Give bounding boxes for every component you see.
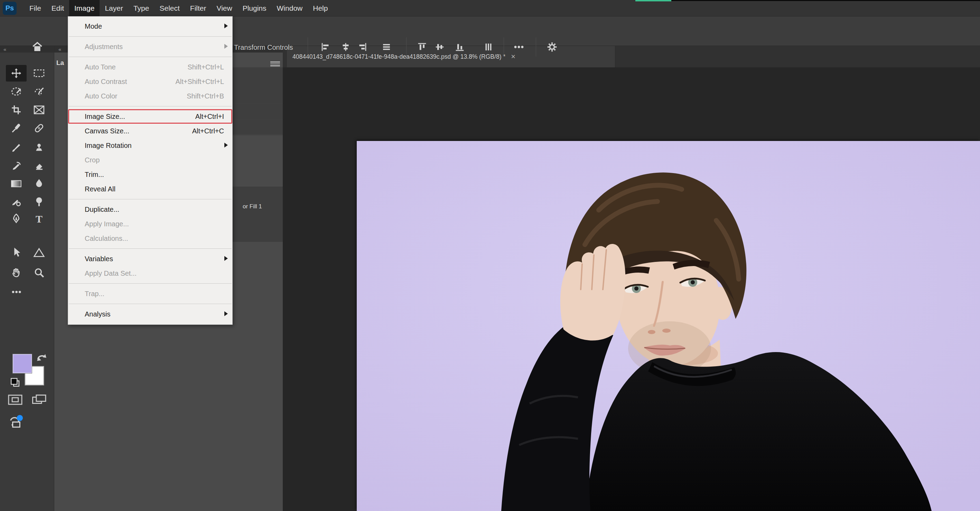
menu-separator bbox=[69, 248, 232, 249]
submenu-arrow-icon bbox=[224, 311, 228, 316]
submenu-arrow-icon bbox=[224, 256, 228, 261]
menu-item-reveal-all[interactable]: Reveal All bbox=[68, 182, 232, 196]
menu-separator bbox=[69, 283, 232, 284]
panel-menu-icon[interactable] bbox=[270, 60, 280, 67]
menu-item-view[interactable]: View bbox=[212, 0, 237, 16]
toolbar-collapse-chevron-icon[interactable]: « bbox=[0, 46, 54, 52]
quick-selection-tool-icon[interactable] bbox=[29, 83, 49, 100]
menu-item-image[interactable]: Image bbox=[69, 0, 100, 16]
toolbar: « T bbox=[0, 46, 54, 511]
photoshop-window: Ps FileEditImageLayerTypeSelectFilterVie… bbox=[0, 0, 980, 511]
mixer-brush-tool-icon[interactable] bbox=[6, 194, 27, 210]
layer-row[interactable] bbox=[232, 187, 283, 242]
show-transform-controls-label[interactable]: Transform Controls bbox=[234, 43, 293, 51]
align-vertical-centers-icon[interactable] bbox=[433, 40, 447, 54]
align-right-edges-icon[interactable] bbox=[355, 40, 369, 54]
menu-item-shortcut: Shift+Ctrl+L bbox=[187, 63, 224, 71]
clone-stamp-tool-icon[interactable] bbox=[29, 140, 49, 156]
menu-item-auto-contrast: Auto ContrastAlt+Shift+Ctrl+L bbox=[68, 74, 232, 89]
eyedropper-tool-icon[interactable] bbox=[6, 120, 27, 136]
menu-item-label: Apply Image... bbox=[85, 220, 129, 228]
zoom-tool-icon[interactable] bbox=[29, 264, 49, 281]
healing-brush-tool-icon[interactable] bbox=[29, 120, 49, 136]
menu-item-trim[interactable]: Trim... bbox=[68, 167, 232, 182]
align-horizontal-centers-icon[interactable] bbox=[339, 40, 353, 54]
quick-mask-icon[interactable] bbox=[8, 394, 23, 406]
menu-item-image-size[interactable]: Image Size...Alt+Ctrl+I bbox=[68, 109, 232, 124]
pen-tool-icon[interactable] bbox=[6, 211, 27, 227]
layer-name-label[interactable]: or Fill 1 bbox=[243, 203, 262, 210]
menu-item-image-rotation[interactable]: Image Rotation bbox=[68, 138, 232, 153]
svg-text:T: T bbox=[36, 213, 43, 225]
menu-item-type[interactable]: Type bbox=[128, 0, 154, 16]
gear-icon[interactable] bbox=[545, 40, 559, 54]
options-bar-separator bbox=[308, 37, 308, 57]
menu-item-analysis[interactable]: Analysis bbox=[68, 307, 232, 321]
document-tab-title: 408440143_d748618c-0471-41fe-948a-dea418… bbox=[287, 53, 505, 60]
options-bar-separator bbox=[406, 37, 407, 57]
move-tool-icon[interactable] bbox=[6, 65, 27, 81]
object-selection-tool-icon[interactable] bbox=[6, 83, 27, 100]
menu-item-select[interactable]: Select bbox=[154, 0, 185, 16]
menu-item-label: Reveal All bbox=[85, 185, 115, 193]
edit-toolbar-icon[interactable] bbox=[6, 284, 27, 300]
menu-item-duplicate[interactable]: Duplicate... bbox=[68, 202, 232, 217]
path-select-tool-icon[interactable] bbox=[6, 244, 27, 261]
menu-bar: Ps FileEditImageLayerTypeSelectFilterVie… bbox=[0, 0, 980, 16]
menu-item-canvas-size[interactable]: Canvas Size...Alt+Ctrl+C bbox=[68, 124, 232, 138]
more-options-icon[interactable] bbox=[512, 40, 526, 54]
swap-colors-icon[interactable] bbox=[36, 352, 48, 362]
menu-item-label: Calculations... bbox=[85, 235, 128, 243]
menu-item-filter[interactable]: Filter bbox=[185, 0, 212, 16]
history-brush-tool-icon[interactable] bbox=[6, 157, 27, 174]
menu-item-shortcut: Alt+Ctrl+I bbox=[195, 113, 224, 121]
menu-item-mode[interactable]: Mode bbox=[68, 19, 232, 33]
panel-divider bbox=[232, 119, 283, 120]
crop-tool-icon[interactable] bbox=[6, 102, 27, 118]
menu-item-variables[interactable]: Variables bbox=[68, 252, 232, 266]
document-tab[interactable]: 408440143_d748618c-0471-41fe-948a-dea418… bbox=[287, 46, 615, 67]
panel-divider bbox=[232, 104, 283, 104]
brush-tool-icon[interactable] bbox=[6, 140, 27, 156]
menu-item-apply-data-set: Apply Data Set... bbox=[68, 266, 232, 281]
eraser-tool-icon[interactable] bbox=[29, 157, 49, 174]
menu-item-shortcut: Alt+Shift+Ctrl+L bbox=[175, 78, 224, 86]
menu-item-plugins[interactable]: Plugins bbox=[237, 0, 272, 16]
menu-item-label: Image Rotation bbox=[85, 142, 132, 149]
default-colors-icon[interactable] bbox=[10, 377, 21, 389]
menu-item-edit[interactable]: Edit bbox=[46, 0, 69, 16]
home-icon[interactable] bbox=[30, 40, 44, 54]
document-canvas[interactable] bbox=[357, 141, 980, 511]
hand-tool-icon[interactable] bbox=[6, 264, 27, 281]
menu-item-help[interactable]: Help bbox=[308, 0, 333, 16]
menu-item-window[interactable]: Window bbox=[272, 0, 308, 16]
menu-item-adjustments: Adjustments bbox=[68, 40, 232, 54]
top-edge-black-bar bbox=[671, 0, 980, 1]
align-top-edges-icon[interactable] bbox=[415, 40, 429, 54]
marquee-tool-icon[interactable] bbox=[29, 65, 49, 81]
shape-tool-icon[interactable] bbox=[29, 244, 49, 261]
options-bar-separator bbox=[504, 37, 504, 57]
menu-item-label: Trim... bbox=[85, 171, 104, 179]
menu-item-label: Mode bbox=[85, 22, 102, 30]
menu-item-file[interactable]: File bbox=[24, 0, 46, 16]
menu-item-label: Analysis bbox=[85, 310, 110, 318]
menu-item-label: Canvas Size... bbox=[85, 127, 129, 135]
menu-separator bbox=[69, 199, 232, 199]
dodge-tool-icon[interactable] bbox=[29, 194, 49, 210]
foreground-color-swatch[interactable] bbox=[13, 354, 32, 373]
menu-item-layer[interactable]: Layer bbox=[100, 0, 128, 16]
layers-panel-tab[interactable]: La bbox=[56, 59, 69, 67]
screen-mode-icon[interactable] bbox=[31, 394, 48, 406]
gradient-tool-icon[interactable] bbox=[6, 175, 27, 192]
blur-tool-icon[interactable] bbox=[29, 175, 49, 192]
submenu-arrow-icon bbox=[224, 143, 228, 148]
align-left-edges-icon[interactable] bbox=[319, 40, 332, 54]
frame-tool-icon[interactable] bbox=[29, 102, 49, 118]
menu-separator bbox=[69, 57, 232, 57]
distribute-horizontal-icon[interactable] bbox=[380, 40, 393, 54]
distribute-vertical-icon[interactable] bbox=[482, 40, 495, 54]
type-tool-icon[interactable]: T bbox=[29, 211, 49, 227]
align-bottom-edges-icon[interactable] bbox=[453, 40, 467, 54]
notification-icon[interactable] bbox=[8, 414, 25, 429]
